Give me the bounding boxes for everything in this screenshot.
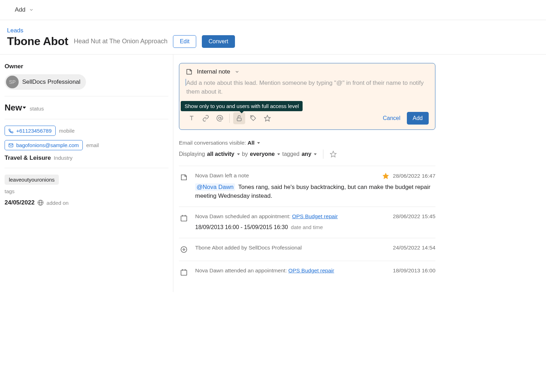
svg-marker-10 <box>330 151 336 157</box>
activity-head: Nova Dawn left a note <box>195 172 249 179</box>
tagged-label: tagged <box>282 151 299 157</box>
caret-down-icon <box>23 107 26 109</box>
note-icon <box>179 172 189 182</box>
globe-icon <box>37 200 44 206</box>
tag-filter-dropdown[interactable]: any <box>302 151 317 157</box>
compose-panel: Internal note Add a note about this lead… <box>179 63 435 130</box>
svg-rect-12 <box>181 216 187 221</box>
link-button[interactable] <box>200 112 212 124</box>
lead-name: Tbone Abot <box>7 35 68 48</box>
activity-timestamp: 18/09/2013 16:00 <box>393 267 435 274</box>
activity-item: Nova Dawn attended an appointment: OPS B… <box>179 261 435 284</box>
compose-textarea[interactable]: Add a note about this lead. Mention some… <box>186 79 429 103</box>
lock-open-icon <box>236 115 243 122</box>
svg-point-6 <box>219 117 221 120</box>
star-icon <box>264 115 271 122</box>
add-label: Add <box>15 6 25 13</box>
owner-label: Owner <box>5 63 168 70</box>
at-icon <box>216 115 223 122</box>
svg-rect-7 <box>237 118 241 121</box>
activity-head: Tbone Abot added by SellDocs Professiona… <box>195 245 302 251</box>
activity-item: Nova Dawn left a note 28/06/2022 16:47 @… <box>179 166 435 207</box>
tag-chip[interactable]: leaveoutyouronions <box>5 175 59 185</box>
email-visibility-value: All <box>248 140 255 146</box>
caret-down-icon <box>257 142 260 144</box>
tag-icon <box>250 115 257 122</box>
compose-type-dropdown[interactable]: Internal note <box>186 68 429 75</box>
author-filter-dropdown[interactable]: everyone <box>250 151 280 157</box>
activity-filter-dropdown[interactable]: all activity <box>207 151 240 157</box>
tag-filter-value: any <box>302 151 311 157</box>
chevron-down-icon <box>29 7 34 12</box>
activity-timestamp: 24/05/2022 14:54 <box>393 245 435 251</box>
industry-label: Industry <box>54 155 73 161</box>
edit-button[interactable]: Edit <box>173 35 196 48</box>
svg-marker-9 <box>265 115 271 121</box>
lead-subtitle: Head Nut at The Onion Approach <box>74 38 168 45</box>
owner-name: SellDocs Professional <box>22 78 80 86</box>
toolbar-separator <box>229 114 230 123</box>
appointment-link[interactable]: OPS Budget repair <box>288 267 334 273</box>
appointment-datetime: 18/09/2013 16:00 - 15/09/2015 16:30 <box>195 224 288 230</box>
chevron-down-icon <box>235 69 240 74</box>
phone-icon <box>8 128 13 133</box>
link-icon <box>202 115 209 122</box>
svg-point-8 <box>252 116 252 117</box>
svg-marker-11 <box>383 173 389 179</box>
activity-timestamp: 28/06/2022 15:45 <box>393 213 435 220</box>
added-icon <box>179 245 189 254</box>
added-on-label: added on <box>46 200 69 206</box>
star-icon <box>330 151 337 158</box>
phone-type: mobile <box>59 128 75 134</box>
format-text-button[interactable] <box>186 112 198 124</box>
svg-rect-16 <box>181 270 187 275</box>
email-value: bagofonions@sample.com <box>16 142 79 148</box>
compose-type-label: Internal note <box>197 68 230 75</box>
add-note-button[interactable]: Add <box>407 112 429 125</box>
visibility-lock-button[interactable] <box>233 112 245 124</box>
author-filter-value: everyone <box>250 151 275 157</box>
email-visibility-prefix: Email conversations visible: <box>179 140 248 146</box>
add-menu[interactable]: Add <box>15 6 34 13</box>
star-filled-icon[interactable] <box>382 172 389 179</box>
text-caret <box>186 79 186 86</box>
activity-timestamp: 28/06/2022 16:47 <box>393 173 435 179</box>
calendar-icon <box>179 267 189 277</box>
activity-head-prefix: Nova Dawn attended an appointment: <box>195 267 288 273</box>
appointment-datetime-label: date and time <box>291 224 323 230</box>
owner-chip[interactable]: SP SellDocs Professional <box>5 74 86 90</box>
phone-chip[interactable]: +61123456789 <box>5 126 56 136</box>
tag-button[interactable] <box>247 112 259 124</box>
email-chip[interactable]: bagofonions@sample.com <box>5 140 83 150</box>
lock-tooltip: Show only to you and users with full acc… <box>181 101 303 111</box>
caret-down-icon <box>237 153 240 155</box>
activity-item: Tbone Abot added by SellDocs Professiona… <box>179 238 435 261</box>
mention-button[interactable] <box>214 112 226 124</box>
status-dropdown[interactable]: New status <box>5 103 168 113</box>
added-on-date: 24/05/2022 <box>5 199 35 206</box>
calendar-icon <box>179 213 189 223</box>
star-filter-button[interactable] <box>330 151 337 158</box>
cancel-button[interactable]: Cancel <box>383 115 401 121</box>
note-icon <box>186 68 193 75</box>
email-type: email <box>86 142 99 148</box>
caret-down-icon <box>277 153 280 155</box>
mention-chip[interactable]: @Nova Dawn <box>195 183 235 191</box>
activity-item: Nova Dawn scheduled an appointment: OPS … <box>179 207 435 238</box>
email-visibility-dropdown[interactable]: All <box>248 140 260 146</box>
owner-avatar: SP <box>6 76 19 88</box>
phone-value: +61123456789 <box>16 128 52 134</box>
star-button[interactable] <box>261 112 273 124</box>
status-value: New <box>5 103 22 113</box>
appointment-link[interactable]: OPS Budget repair <box>292 213 338 219</box>
tags-label: tags <box>5 188 168 194</box>
by-label: by <box>242 151 248 157</box>
convert-button[interactable]: Convert <box>202 35 235 48</box>
breadcrumb-leads[interactable]: Leads <box>7 27 539 34</box>
status-label: status <box>30 106 44 112</box>
text-icon <box>188 115 195 122</box>
displaying-label: Displaying <box>179 151 205 157</box>
activity-head-prefix: Nova Dawn scheduled an appointment: <box>195 213 292 219</box>
mail-icon <box>8 143 13 148</box>
activity-filter-value: all activity <box>207 151 234 157</box>
